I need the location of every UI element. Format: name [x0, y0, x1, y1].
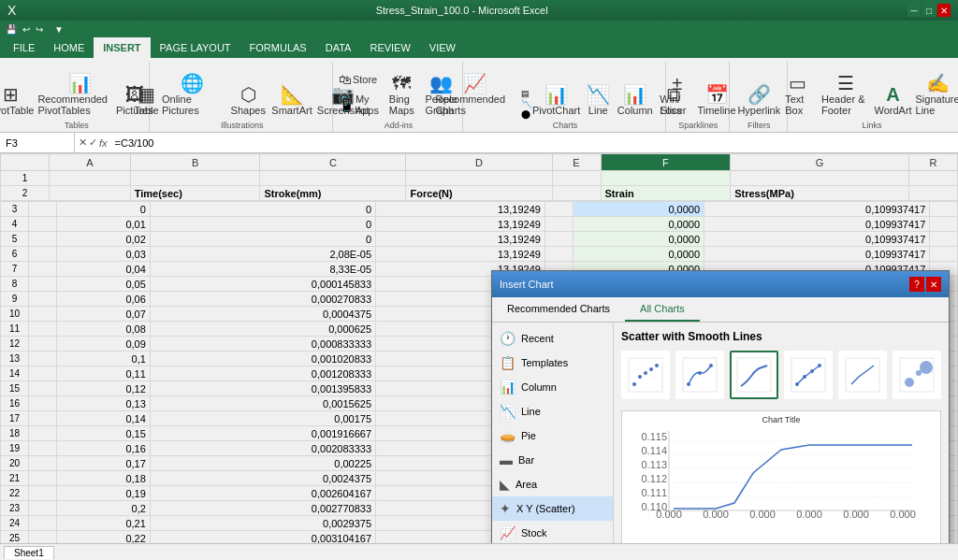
- confirm-formula-button[interactable]: ✓: [89, 136, 97, 149]
- name-box-value: F3: [6, 137, 18, 149]
- close-button[interactable]: ✕: [937, 4, 951, 17]
- svg-point-19: [916, 370, 922, 376]
- tab-view[interactable]: VIEW: [420, 37, 465, 58]
- redo-qat-button[interactable]: ↪: [34, 23, 45, 36]
- chart-type-column[interactable]: 📊 Column: [492, 375, 613, 399]
- ribbon-group-text: ▭ Text Box ☰ Header & Footer A WordArt ✍…: [790, 62, 954, 132]
- ribbon: ⊞ PivotTable 📊 Recommended PivotTables ▦…: [0, 58, 958, 133]
- chart-type-templates[interactable]: 📋 Templates: [492, 351, 613, 375]
- pivotchart-button[interactable]: 📊 PivotChart: [533, 82, 579, 119]
- undo-qat-button[interactable]: ↩: [21, 23, 32, 36]
- bar-chart-icon: ▬: [500, 452, 513, 467]
- chart-type-bar-label: Bar: [518, 454, 534, 466]
- chart-right-panel: Scatter with Smooth Lines: [614, 323, 949, 543]
- tab-file[interactable]: FILE: [4, 37, 44, 58]
- minimize-button[interactable]: ─: [907, 4, 921, 17]
- slicer-icon: ⧉: [667, 85, 680, 104]
- pie-chart-icon: 🥧: [500, 428, 515, 443]
- tab-review[interactable]: REVIEW: [360, 37, 419, 58]
- svg-point-15: [818, 364, 821, 367]
- wordart-icon: A: [886, 85, 899, 104]
- chart-type-recent-label: Recent: [521, 333, 554, 344]
- online-pictures-label: Online Pictures: [162, 93, 222, 116]
- save-qat-button[interactable]: 💾: [4, 23, 19, 36]
- subtype-scatter-bubble-icon: [898, 356, 936, 394]
- tab-page-layout[interactable]: PAGE LAYOUT: [151, 37, 240, 58]
- pictures-button[interactable]: 🖼 Pictures: [114, 82, 155, 119]
- sheet-tab-sheet1[interactable]: Sheet1: [4, 546, 54, 559]
- dialog-close-button[interactable]: ✕: [926, 277, 941, 292]
- maximize-button[interactable]: □: [922, 4, 936, 17]
- filters-group-label: Filters: [748, 119, 771, 130]
- subtype-scatter-dots[interactable]: [621, 351, 670, 399]
- svg-text:0.000: 0.000: [796, 509, 822, 520]
- tab-recommended-charts[interactable]: Recommended Charts: [492, 297, 625, 322]
- chart-type-line[interactable]: 📉 Line: [492, 399, 613, 424]
- column-sparkline-button[interactable]: 📊 Column: [617, 82, 653, 119]
- header-footer-button[interactable]: ☰ Header & Footer: [817, 71, 875, 119]
- my-apps-button[interactable]: 📱 My Apps: [335, 91, 383, 119]
- chart-type-stock[interactable]: 📈 Stock: [492, 521, 613, 543]
- recommended-charts-button[interactable]: 📈 Recommended Charts: [430, 71, 518, 119]
- wordart-button[interactable]: A WordArt: [877, 82, 910, 119]
- hyperlink-button[interactable]: 🔗 Hyperlink: [733, 82, 785, 119]
- tab-data[interactable]: DATA: [316, 37, 361, 58]
- cancel-formula-button[interactable]: ✕: [79, 136, 87, 149]
- chart-type-pie[interactable]: 🥧 Pie: [492, 424, 613, 448]
- chart-type-bar[interactable]: ▬ Bar: [492, 448, 613, 472]
- svg-point-13: [803, 375, 806, 379]
- addins-column1: 🛍 Store 📱 My Apps: [335, 70, 383, 119]
- bar-chart-mini-icon: ▤: [521, 89, 531, 98]
- name-box[interactable]: F3: [0, 133, 75, 152]
- dialog-help-button[interactable]: ?: [909, 277, 924, 292]
- textbox-label: Text Box: [785, 93, 810, 116]
- subtype-scatter-smooth-no-markers[interactable]: [730, 351, 778, 399]
- smartart-button[interactable]: 📐 SmartArt: [269, 82, 313, 119]
- qat-customize[interactable]: ▼: [54, 24, 64, 35]
- chart-type-area-label: Area: [515, 479, 537, 490]
- recent-chart-icon: 🕐: [500, 331, 515, 346]
- ribbon-group-text-items: ▭ Text Box ☰ Header & Footer A WordArt ✍…: [780, 64, 958, 119]
- tab-formulas[interactable]: FORMULAS: [240, 37, 316, 58]
- signature-line-button[interactable]: ✍ Signature Line: [912, 71, 958, 119]
- store-button[interactable]: 🛍 Store: [335, 70, 383, 89]
- subtype-scatter-bubble[interactable]: [893, 351, 941, 399]
- textbox-button[interactable]: ▭ Text Box: [780, 71, 815, 119]
- hyperlink-label: Hyperlink: [737, 105, 780, 116]
- subtype-scatter-straight-markers[interactable]: [784, 351, 833, 399]
- my-apps-label: My Apps: [356, 93, 379, 116]
- chart-subtypes: [621, 351, 941, 399]
- ribbon-group-illustrations-items: 🖼 Pictures 🌐 Online Pictures ⬡ Shapes 📐 …: [114, 64, 370, 119]
- excel-logo: X: [7, 3, 16, 18]
- subtype-scatter-straight-no-markers[interactable]: [838, 351, 887, 399]
- formula-input[interactable]: [111, 136, 958, 151]
- insert-function-button[interactable]: fx: [99, 137, 108, 149]
- smartart-label: SmartArt: [271, 105, 312, 116]
- chart-preview: Chart Title 0.110 0.111 0.112 0.113 0.11…: [621, 410, 941, 543]
- tab-all-charts[interactable]: All Charts: [625, 297, 700, 322]
- tables-group-label: Tables: [65, 119, 89, 130]
- hyperlink-icon: 🔗: [748, 85, 771, 104]
- title-bar-left: X: [7, 3, 16, 18]
- svg-rect-10: [737, 358, 771, 392]
- chart-type-xy-scatter[interactable]: ✦ X Y (Scatter): [492, 496, 613, 521]
- chart-type-column-label: Column: [521, 381, 557, 393]
- pivottable-button[interactable]: ⊞ PivotTable: [0, 82, 31, 119]
- shapes-button[interactable]: ⬡ Shapes: [228, 82, 268, 119]
- slicer-button[interactable]: ⧉ Slicer: [656, 82, 691, 119]
- svg-point-9: [709, 364, 713, 367]
- subtype-scatter-smooth-markers[interactable]: [675, 351, 724, 399]
- bing-maps-button[interactable]: 🗺 Bing Maps: [385, 71, 419, 119]
- tab-insert[interactable]: INSERT: [94, 37, 150, 58]
- pictures-icon: 🖼: [125, 85, 144, 104]
- svg-text:0.114: 0.114: [641, 445, 667, 456]
- tab-home[interactable]: HOME: [44, 37, 94, 58]
- pie-chart-mini-icon: ⬤: [521, 109, 531, 119]
- svg-point-2: [638, 375, 642, 379]
- chart-type-recent[interactable]: 🕐 Recent: [492, 326, 613, 351]
- chart-type-area[interactable]: ◣ Area: [492, 472, 613, 496]
- line-sparkline-button[interactable]: 📉 Line: [581, 82, 615, 119]
- dialog-title-buttons: ? ✕: [909, 277, 941, 292]
- online-pictures-button[interactable]: 🌐 Online Pictures: [157, 71, 226, 119]
- svg-text:0.115: 0.115: [641, 431, 667, 442]
